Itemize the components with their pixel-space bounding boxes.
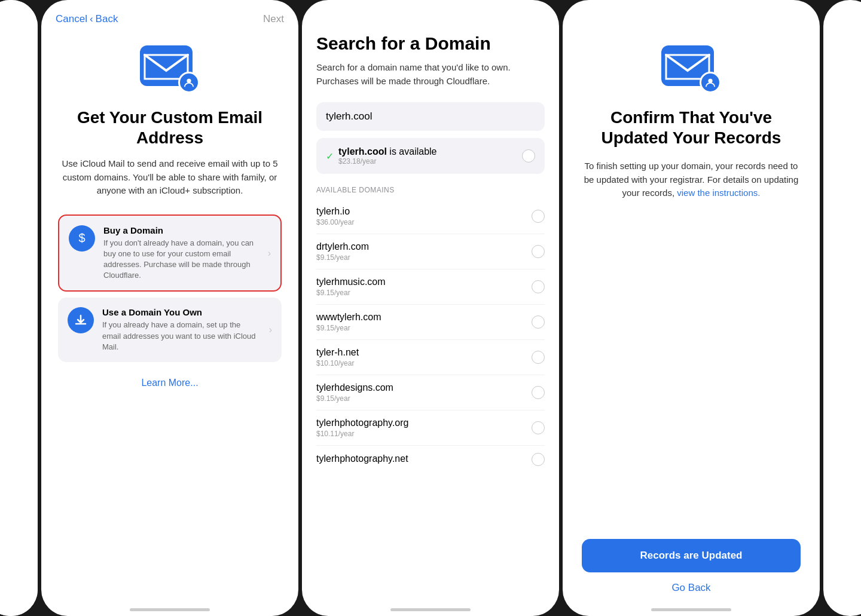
available-result-text: tylerh.cool is available $23.18/year: [338, 146, 437, 166]
screen-custom-email: Cancel ‹ Back Next: [41, 0, 298, 616]
domain-suffix: is available: [387, 146, 437, 157]
domain-item[interactable]: drtylerh.com $9.15/year: [316, 234, 545, 269]
screen3-title: Confirm That You've Updated Your Records: [582, 108, 801, 148]
svg-point-3: [708, 79, 712, 83]
home-indicator: [130, 608, 210, 611]
user-icon: [184, 77, 194, 88]
top-navigation: Cancel ‹ Back Next: [41, 0, 298, 33]
domain-price: $9.15/year: [316, 253, 369, 262]
domain-bold: tylerh.cool: [338, 146, 387, 157]
domain-item-info: tyler-h.net $10.10/year: [316, 347, 359, 367]
domain-item[interactable]: tylerhphotography.net: [316, 446, 545, 473]
next-button[interactable]: Next: [263, 13, 284, 25]
domain-price: $10.11/year: [316, 430, 408, 438]
screen2-title: Search for a Domain: [316, 33, 545, 54]
domain-item[interactable]: tylerhdesigns.com $9.15/year: [316, 375, 545, 410]
domain-item-info: tylerh.io $36.00/year: [316, 206, 354, 226]
screen1-title: Get Your Custom Email Address: [58, 108, 282, 148]
screen1-subtitle: Use iCloud Mail to send and receive emai…: [58, 157, 282, 198]
screen-confirm-records: Confirm That You've Updated Your Records…: [563, 0, 820, 616]
domain-item[interactable]: tylerhmusic.com $9.15/year: [316, 269, 545, 305]
home-indicator-2: [390, 608, 471, 611]
domain-item-info: tylerhphotography.org $10.11/year: [316, 418, 408, 438]
domain-radio[interactable]: [532, 421, 545, 434]
domain-radio[interactable]: [532, 453, 545, 466]
records-updated-button[interactable]: Records are Updated: [582, 539, 801, 572]
domain-radio[interactable]: [532, 315, 545, 329]
user-badge: [178, 72, 200, 93]
domain-price: $9.15/year: [316, 394, 393, 403]
screen3-desc: To finish setting up your domain, your r…: [582, 160, 801, 200]
domain-price: $9.15/year: [316, 324, 381, 332]
confirm-user-icon: [705, 77, 716, 88]
domain-radio[interactable]: [532, 210, 545, 223]
screen2-subtitle: Search for a domain name that you'd like…: [316, 61, 545, 88]
domain-list: tylerh.io $36.00/year drtylerh.com $9.15…: [316, 199, 545, 473]
use-own-domain-option[interactable]: Use a Domain You Own If you already have…: [58, 298, 282, 362]
buy-domain-chevron: ›: [268, 248, 271, 259]
use-own-domain-text: Use a Domain You Own If you already have…: [102, 307, 261, 353]
domain-item[interactable]: tylerh.io $36.00/year: [316, 199, 545, 234]
domain-radio[interactable]: [532, 245, 545, 258]
domain-radio[interactable]: [532, 351, 545, 364]
domain-item-info: wwwtylerh.com $9.15/year: [316, 312, 381, 332]
use-own-domain-icon: [68, 307, 94, 333]
screen3-body: Confirm That You've Updated Your Records…: [563, 33, 820, 608]
domain-item-info: drtylerh.com $9.15/year: [316, 241, 369, 262]
use-own-domain-title: Use a Domain You Own: [102, 307, 261, 317]
domain-price: $10.10/year: [316, 359, 359, 367]
domain-item[interactable]: tylerhphotography.org $10.11/year: [316, 410, 545, 446]
go-back-button[interactable]: Go Back: [671, 582, 710, 594]
learn-more-link[interactable]: Learn More...: [141, 378, 198, 388]
buy-domain-icon: $: [69, 225, 95, 252]
domain-radio[interactable]: [532, 280, 545, 293]
cancel-button[interactable]: Cancel: [56, 13, 87, 25]
nav-back-group: Cancel ‹ Back: [56, 13, 118, 25]
view-instructions-link[interactable]: view the instructions.: [677, 188, 760, 198]
screen2-body: Search for a Domain Search for a domain …: [302, 33, 559, 488]
domain-price: $36.00/year: [316, 218, 354, 226]
buy-domain-option[interactable]: $ Buy a Domain If you don't already have…: [58, 214, 282, 292]
chevron-icon: ‹: [90, 13, 93, 25]
domain-radio[interactable]: [532, 386, 545, 399]
buy-domain-text: Buy a Domain If you don't already have a…: [103, 225, 259, 281]
available-domains-label: AVAILABLE DOMAINS: [316, 186, 545, 194]
buy-domain-desc: If you don't already have a domain, you …: [103, 238, 259, 281]
use-own-domain-chevron: ›: [269, 324, 272, 335]
available-result-radio[interactable]: [522, 149, 535, 163]
email-icon-container: [140, 45, 200, 93]
buy-domain-title: Buy a Domain: [103, 225, 259, 235]
use-own-domain-desc: If you already have a domain, set up the…: [102, 320, 261, 353]
download-icon: [74, 314, 87, 327]
available-result[interactable]: ✓ tylerh.cool is available $23.18/year: [316, 138, 545, 174]
domain-item-info: tylerhdesigns.com $9.15/year: [316, 382, 393, 403]
domain-item[interactable]: tyler-h.net $10.10/year: [316, 340, 545, 375]
available-result-left: ✓ tylerh.cool is available $23.18/year: [326, 146, 437, 166]
domain-name: tylerhmusic.com: [316, 277, 386, 287]
available-domain-name: tylerh.cool is available: [338, 146, 437, 157]
domain-price: $9.15/year: [316, 289, 386, 297]
domain-name: tyler-h.net: [316, 347, 359, 358]
domain-name: tylerh.io: [316, 206, 354, 217]
confirm-user-badge: [700, 72, 721, 93]
dollar-icon: $: [78, 231, 85, 245]
check-icon: ✓: [326, 151, 334, 162]
available-domain-price: $23.18/year: [338, 157, 437, 166]
home-indicator-3: [651, 608, 731, 611]
screen-search-domain: Search for a Domain Search for a domain …: [302, 0, 559, 616]
domain-name: tylerhdesigns.com: [316, 382, 393, 393]
top-navigation-2: [302, 0, 559, 33]
domain-name: tylerhphotography.org: [316, 418, 408, 428]
domain-name: drtylerh.com: [316, 241, 369, 252]
screen1-body: Get Your Custom Email Address Use iCloud…: [41, 33, 298, 403]
confirm-email-icon-container: [661, 45, 721, 93]
svg-point-1: [187, 79, 191, 83]
domain-search-input[interactable]: [316, 102, 545, 131]
back-button[interactable]: Back: [96, 13, 118, 25]
domain-name: tylerhphotography.net: [316, 453, 408, 464]
domain-item[interactable]: wwwtylerh.com $9.15/year: [316, 305, 545, 340]
domain-item-info: tylerhmusic.com $9.15/year: [316, 277, 386, 297]
top-navigation-3: [563, 0, 820, 33]
domain-name: wwwtylerh.com: [316, 312, 381, 323]
domain-item-info: tylerhphotography.net: [316, 453, 408, 465]
